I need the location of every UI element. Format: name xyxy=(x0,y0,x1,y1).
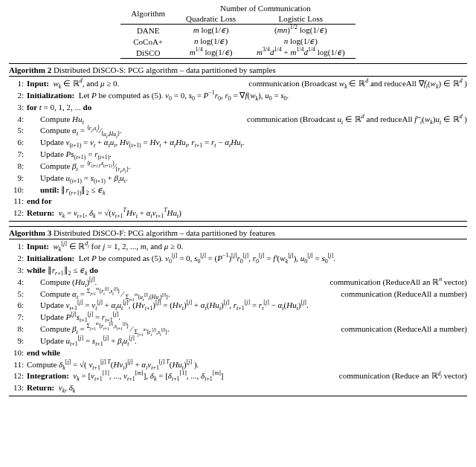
algo-step: 4:Compute Hutcommunication (Broadcast ut… xyxy=(9,114,467,126)
algo-step: 7:Update Ps(t+1) = r(t+1). xyxy=(9,149,467,161)
algo-step: 12:Integration: vk = [vt+1[1], ..., vt+1… xyxy=(9,370,467,382)
algorithm-3-block: Algorithm 3 Distributed DiSCO-F: PCG alg… xyxy=(9,226,467,396)
algo-step: 6:Update v(t+1) = vt + αtut, Hv(t+1) = H… xyxy=(9,137,467,149)
algo-step: 11:Compute δk[j] = √( vt+1[j] T(Hvt)[j] … xyxy=(9,359,467,371)
table-row: CoCoA+ n log(1/ϵ) n log(1/ϵ) xyxy=(120,36,356,47)
algo-step: 1:Input: wk ∈ ℝd, and μ ≥ 0.communicatio… xyxy=(9,78,467,90)
algo-step: 11:end for xyxy=(9,196,467,207)
table-row: DANE m log(1/ϵ) (mn)1/2 log(1/ϵ) xyxy=(120,25,356,36)
cell: CoCoA+ xyxy=(120,36,176,47)
communication-comparison-table: Algorithm Number of Communication Quadra… xyxy=(120,3,356,59)
col-header-algo: Algorithm xyxy=(120,3,176,25)
algo-step: 9:Update ut+1[j] = st+1[j] + βtut[j]. xyxy=(9,335,467,347)
cell: n log(1/ϵ) xyxy=(176,36,246,47)
algorithm-2-block: Algorithm 2 Distributed DiSCO-S: PCG alg… xyxy=(9,63,467,222)
algorithm-3-title: Algorithm 3 Distributed DiSCO-F: PCG alg… xyxy=(9,227,467,239)
algo-step: 7:Update P[j]st+1[j] = rt+1[j]. xyxy=(9,312,467,323)
algo-step: 2:Initialization: Let P be computed as (… xyxy=(9,253,467,265)
algo-step: 6:Update vt+1[j] = vt[j] + αtut[j], (Hvt… xyxy=(9,300,467,312)
algo-step: 10:until: ∥r(r+1)∥2 ≤ ϵk xyxy=(9,184,467,196)
cell: DiSCO xyxy=(120,47,176,59)
algo-step: 9:Update u(t+1) = s(t+1) + βtut. xyxy=(9,173,467,184)
cell: m1/4 log(1/ϵ) xyxy=(176,47,246,59)
algo-step: 12:Return: vk = vt+1, δk = √(vt+1THvt + … xyxy=(9,207,467,219)
cell: DANE xyxy=(120,25,176,36)
algo-step: 2:Initialization: Let P be computed as (… xyxy=(9,90,467,102)
cell: m3/4d1/4 + m1/4d1/4 log(1/ϵ) xyxy=(246,47,356,59)
algo-step: 8:Compute βt = Σj=1m⟨rt+1[j],st+1[j]⟩ ⁄ … xyxy=(9,323,467,335)
col-header-logistic: Logistic Loss xyxy=(246,13,356,25)
algo-step: 13:Return: vk, δk xyxy=(9,382,467,394)
cell: n log(1/ϵ) xyxy=(246,36,356,47)
algo-step: 5:Compute αt = ⟨rt,st⟩⁄⟨ut,Hut⟩. xyxy=(9,125,467,137)
algo-step: 3:while ∥rr+1∥2 ≤ ϵk do xyxy=(9,265,467,277)
algo-step: 5:Compute αt = Σj=1m⟨rt[j],st[j]⟩ ⁄ Σj=1… xyxy=(9,289,467,300)
table-row: DiSCO m1/4 log(1/ϵ) m3/4d1/4 + m1/4d1/4 … xyxy=(120,47,356,59)
algo-step: 8:Compute βt = ⟨r(t+1),s(t+1)⟩⁄⟨rt,st⟩. xyxy=(9,161,467,173)
algo-step: 1:Input: wk[j] ∈ ℝdj for j = 1, 2, ..., … xyxy=(9,241,467,253)
algo-step: 10:end while xyxy=(9,347,467,359)
cell: m log(1/ϵ) xyxy=(176,25,246,36)
col-header-top: Number of Communication xyxy=(176,3,356,13)
col-header-quadratic: Quadratic Loss xyxy=(176,13,246,25)
algo-step: 3:for t = 0, 1, 2, ... do xyxy=(9,102,467,114)
algorithm-2-title: Algorithm 2 Distributed DiSCO-S: PCG alg… xyxy=(9,64,467,77)
cell: (mn)1/2 log(1/ϵ) xyxy=(246,25,356,36)
algo-step: 4:Compute (Hut)[j].communication (Reduce… xyxy=(9,277,467,289)
